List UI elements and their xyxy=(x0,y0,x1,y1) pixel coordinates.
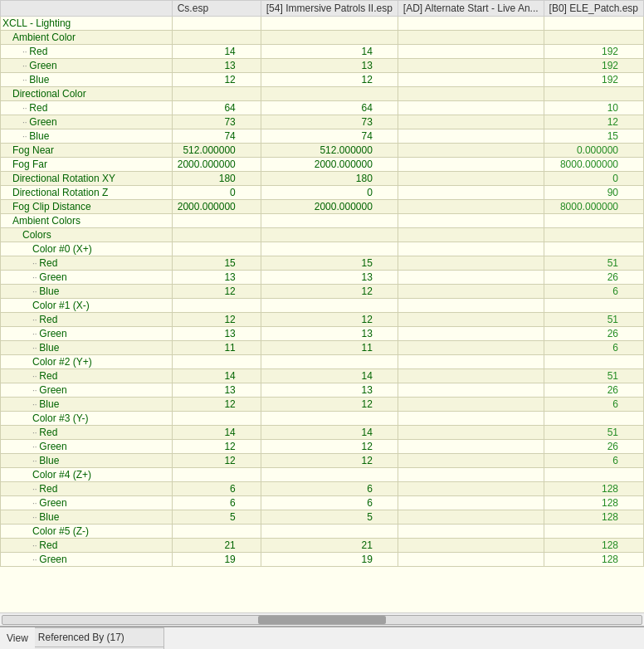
row-value xyxy=(544,87,643,101)
row-value: 19 xyxy=(172,553,261,567)
row-value: 10 xyxy=(544,101,643,115)
row-value xyxy=(544,214,643,228)
row-value: 11 xyxy=(172,341,261,355)
row-label: ·· Blue xyxy=(1,341,173,355)
row-value: 8000.000000 xyxy=(544,158,643,172)
table-row: ·· Blue12126 xyxy=(1,285,644,299)
row-value: 12 xyxy=(261,440,398,454)
row-label: ·· Green xyxy=(1,327,173,341)
row-value xyxy=(172,468,261,482)
row-label: Fog Near xyxy=(1,144,173,158)
row-label: ·· Blue xyxy=(1,285,173,299)
row-value: 512.000000 xyxy=(261,144,398,158)
table-row: ·· Green1313192 xyxy=(1,59,644,73)
view-label: View xyxy=(0,627,35,649)
row-value: 14 xyxy=(172,369,261,383)
row-value: 51 xyxy=(544,426,643,440)
row-value xyxy=(398,115,544,129)
row-value xyxy=(261,355,398,369)
row-value: 15 xyxy=(261,256,398,271)
table-row: Directional Rotation XY1801800 xyxy=(1,172,644,186)
tabs-container: Referenced By (17)MessagesInformationWea… xyxy=(35,627,164,649)
row-value xyxy=(398,17,544,31)
row-value: 12 xyxy=(261,454,398,468)
row-value xyxy=(544,355,643,369)
tab-referenced-by[interactable]: Referenced By (17) xyxy=(35,627,164,647)
row-value xyxy=(398,186,544,200)
table-row: ·· Red141451 xyxy=(1,369,644,383)
row-value xyxy=(261,525,398,539)
row-value: 6 xyxy=(261,482,398,496)
col-cs-header: Cs.esp xyxy=(172,1,261,17)
table-row: ·· Blue1212192 xyxy=(1,73,644,87)
table-row: ·· Red66128 xyxy=(1,482,644,496)
row-value xyxy=(172,31,261,45)
horizontal-scrollbar-thumb[interactable] xyxy=(258,616,386,624)
row-value xyxy=(398,45,544,59)
row-label: Color #5 (Z-) xyxy=(1,525,173,539)
row-label: ·· Red xyxy=(1,313,173,327)
row-label: ·· Red xyxy=(1,256,173,271)
table-row: Color #2 (Y+) xyxy=(1,355,644,369)
row-value: 0 xyxy=(172,186,261,200)
row-value: 12 xyxy=(261,285,398,299)
row-value xyxy=(398,327,544,341)
row-value: 73 xyxy=(172,115,261,129)
row-label: Color #1 (X-) xyxy=(1,299,173,313)
table-row: ·· Blue12126 xyxy=(1,398,644,412)
table-row: ·· Red646410 xyxy=(1,101,644,115)
row-value: 128 xyxy=(544,496,643,510)
row-value: 74 xyxy=(172,129,261,144)
row-value: 19 xyxy=(261,553,398,567)
row-value: 73 xyxy=(261,115,398,129)
row-value: 180 xyxy=(261,172,398,186)
row-value: 128 xyxy=(544,510,643,525)
row-value xyxy=(261,228,398,242)
row-value xyxy=(398,299,544,313)
table-row: Color #3 (Y-) xyxy=(1,412,644,426)
table-row: ·· Green131326 xyxy=(1,327,644,341)
row-value: 12 xyxy=(261,313,398,327)
table-row: Color #5 (Z-) xyxy=(1,525,644,539)
row-value xyxy=(172,355,261,369)
row-value: 12 xyxy=(172,440,261,454)
row-label: ·· Blue xyxy=(1,73,173,87)
table-container[interactable]: Cs.esp [54] Immersive Patrols II.esp [AD… xyxy=(0,0,644,612)
row-value xyxy=(261,299,398,313)
row-label: ·· Green xyxy=(1,115,173,129)
row-value: 14 xyxy=(261,369,398,383)
row-value xyxy=(544,228,643,242)
row-value xyxy=(398,313,544,327)
row-value: 180 xyxy=(172,172,261,186)
row-value: 14 xyxy=(172,45,261,59)
table-row: Ambient Color xyxy=(1,31,644,45)
row-value: 13 xyxy=(172,59,261,73)
horizontal-scrollbar[interactable] xyxy=(2,615,642,625)
row-value xyxy=(398,341,544,355)
row-value xyxy=(398,369,544,383)
row-label: ·· Green xyxy=(1,59,173,73)
table-row: Fog Near512.000000512.0000000.000000 xyxy=(1,144,644,158)
row-value: 14 xyxy=(261,45,398,59)
row-value: 14 xyxy=(172,426,261,440)
table-row: ·· Red121251 xyxy=(1,313,644,327)
table-row: ·· Blue747415 xyxy=(1,129,644,144)
row-value xyxy=(398,553,544,567)
row-value xyxy=(398,482,544,496)
table-row: Fog Far2000.0000002000.0000008000.000000 xyxy=(1,158,644,172)
row-value xyxy=(398,539,544,553)
row-value xyxy=(172,17,261,31)
row-label: Color #2 (Y+) xyxy=(1,355,173,369)
row-value xyxy=(398,101,544,115)
row-label: Colors xyxy=(1,228,173,242)
row-value: 26 xyxy=(544,383,643,398)
row-label: XCLL - Lighting xyxy=(1,17,173,31)
row-value: 13 xyxy=(261,271,398,285)
row-value: 13 xyxy=(261,383,398,398)
row-label: Ambient Color xyxy=(1,31,173,45)
table-row: ·· Green131326 xyxy=(1,271,644,285)
status-bar: View Referenced By (17)MessagesInformati… xyxy=(0,626,644,649)
row-value xyxy=(398,256,544,271)
row-value xyxy=(398,200,544,214)
row-value xyxy=(172,228,261,242)
